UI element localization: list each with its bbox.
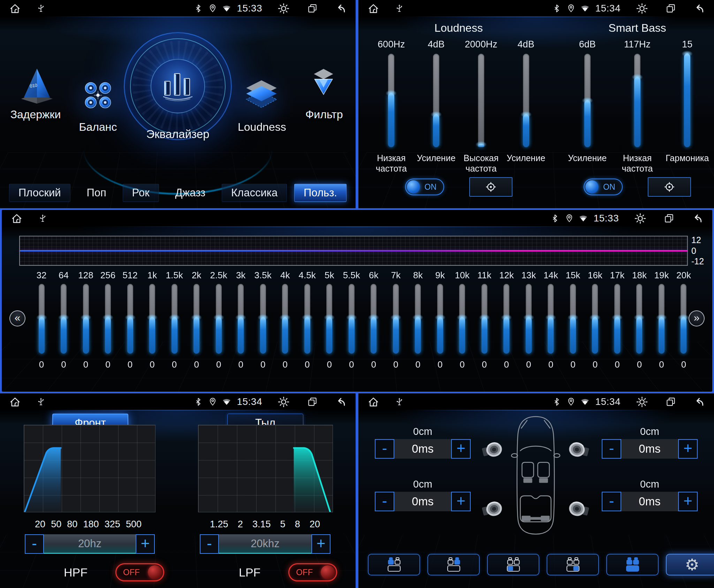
recent-apps-icon[interactable] [307, 397, 318, 407]
band-track[interactable] [548, 284, 554, 354]
vertical-slider[interactable]: 117Hz Низкая частота [615, 39, 660, 174]
loudness-on-toggle[interactable]: ON [405, 179, 444, 195]
band-track[interactable] [216, 284, 222, 354]
eq-band-11k[interactable]: 11k 0 [477, 270, 491, 370]
band-track[interactable] [614, 284, 620, 354]
delay-plus-button[interactable]: + [451, 492, 471, 511]
delay-plus-button[interactable]: + [451, 439, 471, 459]
vertical-slider[interactable]: 15 Гармоника [665, 39, 709, 174]
recent-apps-icon[interactable] [666, 3, 676, 14]
eq-band-16k[interactable]: 16k 0 [588, 270, 602, 370]
eq-band-6k[interactable]: 6k 0 [367, 270, 381, 370]
back-icon[interactable] [335, 396, 347, 408]
menu-item-delays[interactable]: Задержки [8, 108, 63, 121]
band-track[interactable] [172, 284, 177, 354]
eq-band-512[interactable]: 512 0 [123, 270, 137, 370]
preset-5[interactable]: Классика [222, 184, 287, 202]
eq-band-14k[interactable]: 14k 0 [544, 270, 558, 370]
eq-band-5k[interactable]: 5k 0 [322, 270, 336, 370]
delay-plus-button[interactable]: + [678, 439, 698, 459]
eq-band-2.5k[interactable]: 2.5k 0 [212, 270, 226, 370]
back-icon[interactable] [335, 3, 347, 14]
preset-6[interactable]: Польз. [294, 184, 347, 202]
back-icon[interactable] [693, 396, 705, 408]
loudness-reset-button[interactable] [469, 177, 512, 197]
eq-band-17k[interactable]: 17k 0 [610, 270, 624, 370]
band-track[interactable] [282, 284, 288, 354]
eq-band-1k[interactable]: 1k 0 [145, 270, 159, 370]
eq-band-18k[interactable]: 18k 0 [632, 270, 646, 370]
lpf-minus-button[interactable]: - [200, 534, 219, 554]
eq-band-3.5k[interactable]: 3.5k 0 [256, 270, 270, 370]
band-track[interactable] [459, 284, 465, 354]
band-track[interactable] [636, 284, 642, 354]
preset-4[interactable]: Джазз [166, 184, 215, 202]
band-track[interactable] [437, 284, 443, 354]
recent-apps-icon[interactable] [664, 213, 674, 224]
band-track[interactable] [105, 284, 111, 354]
delay-minus-button[interactable]: - [602, 439, 621, 459]
menu-item-equalizer[interactable]: Эквалайзер [124, 128, 232, 141]
home-icon[interactable] [9, 396, 21, 408]
eq-band-8k[interactable]: 8k 0 [411, 270, 425, 370]
brightness-icon[interactable] [636, 2, 648, 15]
loudness-layers-icon[interactable] [244, 79, 279, 112]
home-icon[interactable] [367, 396, 379, 408]
eq-band-9k[interactable]: 9k 0 [433, 270, 447, 370]
band-track[interactable] [127, 284, 133, 354]
band-track[interactable] [503, 284, 509, 354]
vertical-slider[interactable]: 2000Hz Высокая частота [459, 39, 503, 174]
band-track[interactable] [61, 284, 67, 354]
eq-band-15k[interactable]: 15k 0 [566, 270, 580, 370]
smartbass-on-toggle[interactable]: ON [584, 179, 623, 195]
vertical-slider[interactable]: 6dB Усиление [565, 39, 610, 174]
slider-track[interactable] [634, 54, 640, 147]
zone-rear-left-button[interactable] [487, 554, 539, 575]
equalizer-menu-item[interactable] [124, 32, 232, 140]
eq-band-5.5k[interactable]: 5.5k 0 [344, 270, 358, 370]
band-track[interactable] [260, 284, 266, 354]
band-track[interactable] [371, 284, 377, 354]
band-track[interactable] [39, 284, 45, 354]
eq-band-1.5k[interactable]: 1.5k 0 [167, 270, 181, 370]
eq-band-13k[interactable]: 13k 0 [522, 270, 536, 370]
zone-all-button[interactable] [606, 554, 659, 575]
brightness-icon[interactable] [278, 2, 290, 15]
delay-minus-button[interactable]: - [375, 439, 394, 459]
balance-speakers-icon[interactable] [82, 79, 114, 112]
vertical-slider[interactable]: 4dB Усиление [504, 39, 548, 174]
preset-2[interactable]: Поп [77, 184, 115, 202]
lpf-plus-button[interactable]: + [311, 534, 331, 554]
delay-plus-button[interactable]: + [678, 492, 698, 511]
menu-item-loudness[interactable]: Loudness [238, 121, 285, 134]
brightness-icon[interactable] [634, 212, 646, 225]
eq-band-12k[interactable]: 12k 0 [500, 270, 514, 370]
eq-band-32[interactable]: 32 0 [35, 270, 48, 370]
eq-band-2k[interactable]: 2k 0 [190, 270, 204, 370]
band-track[interactable] [238, 284, 244, 354]
preset-3[interactable]: Рок [123, 184, 159, 202]
filter-gem-icon[interactable] [307, 68, 340, 98]
vertical-slider[interactable]: 600Hz Низкая частота [369, 39, 413, 174]
band-track[interactable] [415, 284, 421, 354]
delay-settings-button[interactable]: ⚙ [666, 554, 714, 575]
zone-rear-right-button[interactable] [547, 554, 599, 575]
eq-band-256[interactable]: 256 0 [101, 270, 115, 370]
band-track[interactable] [592, 284, 598, 354]
band-track[interactable] [149, 284, 155, 354]
band-track[interactable] [83, 284, 89, 354]
band-track[interactable] [326, 284, 332, 354]
slider-track[interactable] [523, 54, 529, 147]
preset-1[interactable]: Плоский [9, 184, 70, 202]
brightness-icon[interactable] [278, 396, 290, 408]
home-icon[interactable] [11, 212, 23, 224]
eq-band-64[interactable]: 64 0 [57, 270, 71, 370]
menu-item-filter[interactable]: Фильтр [305, 108, 342, 121]
vertical-slider[interactable]: 4dB Усиление [414, 39, 458, 174]
home-icon[interactable] [367, 2, 379, 14]
band-track[interactable] [481, 284, 487, 354]
smartbass-reset-button[interactable] [648, 177, 691, 197]
eq-band-128[interactable]: 128 0 [79, 270, 93, 370]
hpf-minus-button[interactable]: - [25, 534, 44, 554]
recent-apps-icon[interactable] [666, 397, 676, 407]
